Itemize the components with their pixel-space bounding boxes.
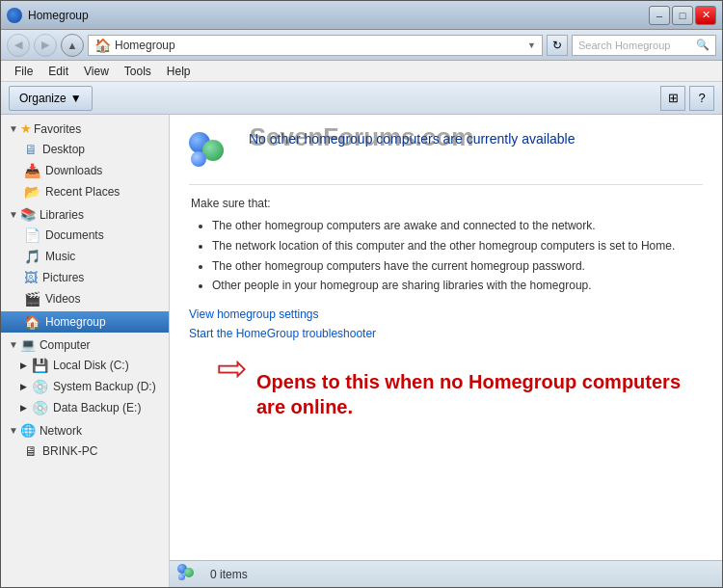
favorites-section: ▼ ★ Favorites 🖥 Desktop 📥 Downloads 📂 [1,119,169,202]
favorites-arrow: ▼ [9,123,18,134]
network-section: ▼ 🌐 Network 🖥 BRINK-PC [1,420,169,462]
sidebar-item-documents[interactable]: 📄 Documents [1,225,169,246]
header-title: No other homegroup computers are current… [249,130,576,147]
favorites-label: Favorites [34,122,81,136]
search-bar[interactable]: Search Homegroup 🔍 [572,35,716,56]
sidebar-item-brink-pc[interactable]: 🖥 BRINK-PC [1,441,169,462]
star-icon: ★ [20,121,32,136]
sidebar: ▼ ★ Favorites 🖥 Desktop 📥 Downloads 📂 [1,115,170,587]
downloads-icon: 📥 [24,163,40,178]
documents-label: Documents [45,228,104,242]
system-backup-expand: ▶ [20,382,27,391]
menu-file[interactable]: File [7,63,40,80]
homegroup-label: Homegroup [45,315,106,329]
pictures-label: Pictures [42,271,84,284]
libraries-icon: 📚 [20,207,36,222]
address-text: Homegroup [115,39,523,52]
title-bar-left: Homegroup [7,8,89,23]
window-title: Homegroup [28,9,89,22]
videos-icon: 🎬 [24,291,40,307]
music-icon: 🎵 [24,249,40,264]
sidebar-item-desktop[interactable]: 🖥 Desktop [1,139,169,160]
local-disk-icon: 💾 [32,358,48,373]
bullet-list: The other homegroup computers are awake … [189,218,703,294]
libraries-header[interactable]: ▼ 📚 Libraries [1,204,169,225]
computer-section: ▼ 💻 Computer ▶ 💾 Local Disk (C:) ▶ 💿 Sys… [1,334,169,418]
sidebar-item-recent-places[interactable]: 📂 Recent Places [1,181,169,202]
make-sure-label: Make sure that: [189,197,703,210]
network-arrow: ▼ [9,425,18,436]
status-ball-sm [178,574,185,580]
favorites-header[interactable]: ▼ ★ Favorites [1,119,169,139]
address-dropdown[interactable]: ▼ [527,40,536,50]
computer-icon: 💻 [20,337,36,352]
data-backup-icon: 💿 [32,400,48,415]
toolbar-help-button[interactable]: ? [689,86,714,111]
menu-view[interactable]: View [76,63,117,80]
menu-help[interactable]: Help [159,63,199,80]
homegroup-icon: 🏠 [24,314,40,330]
data-backup-expand: ▶ [20,403,27,413]
bullet-item-1: The other homegroup computers are awake … [212,218,703,234]
sidebar-item-videos[interactable]: 🎬 Videos [1,288,169,309]
sidebar-item-pictures[interactable]: 🖼 Pictures [1,267,169,288]
data-backup-label: Data Backup (E:) [53,401,141,414]
menu-tools[interactable]: Tools [117,63,159,80]
homegroup-balls-icon [189,132,235,174]
red-annotation-text: Opens to this when no Homegroup computer… [247,369,703,419]
ball-small-blue [191,151,206,167]
sidebar-item-data-backup[interactable]: ▶ 💿 Data Backup (E:) [1,397,169,418]
toolbar-view-button[interactable]: ⊞ [660,86,685,111]
menu-edit[interactable]: Edit [40,63,76,80]
local-disk-label: Local Disk (C:) [53,359,129,372]
desktop-label: Desktop [42,143,85,156]
status-homegroup-icon [177,564,201,585]
bullet-item-4: Other people in your homegroup are shari… [212,278,703,294]
sidebar-item-homegroup[interactable]: 🏠 Homegroup [1,311,169,333]
close-button[interactable]: ✕ [695,6,716,25]
computer-header[interactable]: ▼ 💻 Computer [1,334,169,355]
up-button[interactable]: ▲ [61,34,84,57]
search-placeholder: Search Homegroup [578,40,692,51]
network-icon: 🌐 [20,423,36,438]
window: Homegroup – □ ✕ ◀ ▶ ▲ 🏠 Homegroup ▼ ↻ Se… [0,0,723,588]
computer-arrow: ▼ [9,339,18,350]
title-bar: Homegroup – □ ✕ [1,1,722,30]
computer-label: Computer [40,338,91,352]
desktop-icon: 🖥 [24,142,38,157]
network-label: Network [40,424,82,438]
system-backup-icon: 💿 [32,379,48,394]
homegroup-header: No other homegroup computers are current… [189,130,703,185]
content-inner: No other homegroup computers are current… [170,115,722,560]
sidebar-item-system-backup[interactable]: ▶ 💿 System Backup (D:) [1,376,169,397]
view-homegroup-settings-link[interactable]: View homegroup settings [189,307,703,321]
bullet-item-3: The other homegroup computers have the c… [212,258,703,275]
organize-button[interactable]: Organize ▼ [9,86,93,111]
sidebar-item-music[interactable]: 🎵 Music [1,246,169,267]
refresh-button[interactable]: ↻ [547,35,568,56]
minimize-button[interactable]: – [649,6,670,25]
system-backup-label: System Backup (D:) [53,380,156,393]
address-icon: 🏠 [94,38,111,53]
window-icon [7,8,22,23]
arrow-annotation-icon: ⇦ [189,350,247,387]
content-area: No other homegroup computers are current… [170,115,722,587]
sidebar-item-downloads[interactable]: 📥 Downloads [1,160,169,181]
documents-icon: 📄 [24,227,40,243]
recent-places-icon: 📂 [24,184,40,200]
pictures-icon: 🖼 [24,270,38,285]
recent-places-label: Recent Places [45,185,120,199]
libraries-section: ▼ 📚 Libraries 📄 Documents 🎵 Music 🖼 [1,204,169,309]
bullet-item-2: The network location of this computer an… [212,238,703,254]
back-button[interactable]: ◀ [7,34,30,57]
maximize-button[interactable]: □ [672,6,693,25]
network-header[interactable]: ▼ 🌐 Network [1,420,169,441]
status-ball-green [184,568,194,577]
forward-button[interactable]: ▶ [34,34,57,57]
address-bar[interactable]: 🏠 Homegroup ▼ [88,35,543,56]
status-items-count: 0 items [210,568,248,581]
local-disk-expand: ▶ [20,361,27,370]
main-area: ▼ ★ Favorites 🖥 Desktop 📥 Downloads 📂 [1,115,722,587]
sidebar-item-local-disk[interactable]: ▶ 💾 Local Disk (C:) [1,355,169,376]
start-troubleshooter-link[interactable]: Start the HomeGroup troubleshooter [189,327,703,340]
